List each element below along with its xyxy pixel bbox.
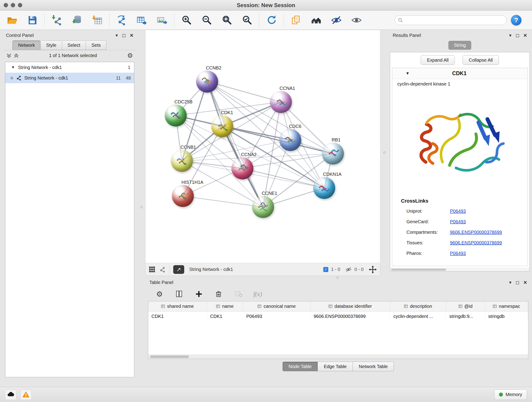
- collapse-all-button[interactable]: Collapse All: [462, 55, 499, 65]
- table-settings-gear-icon[interactable]: ⚙: [155, 289, 164, 299]
- uniprot-link[interactable]: P06493: [450, 209, 466, 214]
- function-builder-icon[interactable]: f(x): [253, 291, 262, 298]
- memory-button[interactable]: Memory: [494, 389, 527, 400]
- network-node-ccnb1[interactable]: CCNB1: [171, 150, 193, 172]
- cloud-button[interactable]: [5, 389, 17, 400]
- network-canvas[interactable]: CCNB2CCNA1CDC25BCDK1CDC6RB1CCNB1CCNA2CDK…: [145, 30, 380, 263]
- network-node-ccna1[interactable]: CCNA1: [270, 91, 292, 113]
- splitter-handle-left[interactable]: [140, 206, 143, 208]
- create-column-plus-icon[interactable]: [194, 289, 203, 299]
- panel-float-icon[interactable]: ◻: [515, 33, 519, 38]
- network-node-ccne1[interactable]: CCNE1: [252, 196, 274, 218]
- table-cell[interactable]: CDK1: [207, 312, 243, 321]
- column-header[interactable]: shared name: [148, 301, 207, 311]
- birdseye-home-button[interactable]: [309, 13, 324, 28]
- hide-selected-button[interactable]: [329, 13, 344, 28]
- selected-checkbox[interactable]: ✓: [323, 267, 328, 272]
- results-hscrollbar[interactable]: [390, 268, 530, 271]
- column-header[interactable]: namespac: [485, 301, 528, 311]
- network-node-cdk1[interactable]: CDK1: [211, 115, 233, 137]
- import-network-database-button[interactable]: [70, 13, 85, 28]
- network-node-ccnb2[interactable]: CCNB2: [196, 70, 218, 93]
- splitter-handle-right[interactable]: [383, 151, 386, 154]
- apply-layout-button[interactable]: [264, 13, 279, 28]
- help-button[interactable]: ?: [511, 15, 521, 26]
- warnings-button[interactable]: [20, 389, 32, 400]
- panel-float-icon[interactable]: ◻: [515, 280, 519, 285]
- pharos-link[interactable]: P06493: [450, 251, 466, 256]
- scrollbar-thumb[interactable]: [391, 269, 446, 271]
- zoom-out-button[interactable]: [199, 13, 214, 28]
- table-cell[interactable]: stringdb: [485, 312, 528, 321]
- birdseye-toggle-button[interactable]: ↗: [173, 265, 184, 274]
- grid-view-icon[interactable]: [149, 266, 156, 273]
- table-cell[interactable]: cyclin-dependent ...: [390, 312, 446, 321]
- protein-section-header[interactable]: ▼ CDK1: [392, 68, 527, 79]
- hidden-eye-slash-icon[interactable]: [345, 266, 352, 273]
- panel-float-icon[interactable]: ◻: [122, 33, 126, 38]
- network-node-hist1h1a[interactable]: HIST1H1A: [172, 185, 194, 207]
- compartments-link[interactable]: 9606.ENSP00000378699: [450, 230, 502, 235]
- tab-node-table[interactable]: Node Table: [283, 362, 318, 371]
- column-header[interactable]: name: [207, 301, 243, 311]
- network-collection-row[interactable]: ▼ String Network - cdk1 1: [5, 62, 134, 73]
- panel-close-icon[interactable]: ×: [524, 32, 527, 39]
- panel-menu-icon[interactable]: ▾: [509, 280, 511, 285]
- genecard-link[interactable]: P06493: [450, 219, 466, 224]
- column-header[interactable]: canonical name: [243, 301, 310, 311]
- expand-all-icon[interactable]: [14, 53, 19, 58]
- show-columns-icon[interactable]: [175, 289, 184, 299]
- tab-edge-table[interactable]: Edge Table: [318, 362, 353, 371]
- expand-all-button[interactable]: Expand All: [421, 55, 455, 65]
- table-cell[interactable]: CDK1: [148, 312, 207, 321]
- pan-crosshair-icon[interactable]: [369, 265, 377, 274]
- scrollbar-thumb[interactable]: [150, 356, 189, 358]
- panel-menu-icon[interactable]: ▾: [509, 33, 511, 38]
- network-node-cdkn1a[interactable]: CDKN1A: [313, 177, 335, 199]
- tab-sets[interactable]: Sets: [86, 40, 106, 50]
- copy-button[interactable]: [288, 13, 304, 28]
- export-image-button[interactable]: [154, 13, 170, 28]
- tab-string[interactable]: String: [448, 41, 471, 50]
- clone-network-button[interactable]: [114, 13, 129, 28]
- network-node-cdc6[interactable]: CDC6: [279, 129, 301, 151]
- gear-icon[interactable]: ⚙: [127, 52, 133, 59]
- tab-network[interactable]: Network: [12, 40, 41, 50]
- network-node-cdc25b[interactable]: CDC25B: [165, 104, 187, 127]
- column-header[interactable]: @id: [446, 301, 485, 311]
- tab-select[interactable]: Select: [62, 40, 86, 50]
- network-node-rb1[interactable]: RB1: [322, 143, 344, 165]
- collapse-all-icon[interactable]: [6, 53, 12, 58]
- section-disclosure-icon[interactable]: ▼: [405, 71, 410, 76]
- network-node-ccna2[interactable]: CCNA2: [231, 157, 253, 179]
- open-session-button[interactable]: [5, 13, 20, 28]
- tissues-link[interactable]: 9606.ENSP00000378699: [450, 240, 502, 245]
- panel-close-icon[interactable]: ×: [524, 279, 527, 286]
- save-session-button[interactable]: [25, 13, 40, 28]
- import-network-file-button[interactable]: [49, 13, 64, 28]
- tab-network-table[interactable]: Network Table: [353, 362, 394, 371]
- panel-menu-icon[interactable]: ▾: [115, 33, 118, 38]
- table-hscrollbar[interactable]: [148, 355, 528, 359]
- table-cell[interactable]: P06493: [243, 312, 310, 321]
- table-cell[interactable]: 9606.ENSP00000378699: [310, 312, 390, 321]
- zoom-in-button[interactable]: [179, 13, 194, 28]
- search-box[interactable]: [394, 15, 507, 25]
- import-table-file-button[interactable]: [89, 13, 105, 28]
- table-row[interactable]: CDK1 CDK1 P06493 9606.ENSP00000378699 cy…: [148, 312, 528, 321]
- panel-close-icon[interactable]: ×: [130, 32, 133, 39]
- tab-style[interactable]: Style: [41, 40, 62, 50]
- export-table-button[interactable]: [134, 13, 149, 28]
- zoom-selected-button[interactable]: [239, 13, 254, 28]
- network-row-selected[interactable]: String Network - cdk1 11 48: [5, 73, 134, 83]
- column-header[interactable]: description: [390, 301, 446, 311]
- network-view-icon[interactable]: [159, 266, 166, 273]
- search-input[interactable]: [405, 17, 503, 23]
- window-zoom-button[interactable]: [18, 3, 22, 7]
- delete-column-trash-icon[interactable]: [214, 289, 223, 299]
- table-cell[interactable]: stringdb:9...: [446, 312, 485, 321]
- column-header[interactable]: database identifier: [310, 301, 390, 311]
- window-close-button[interactable]: [4, 3, 8, 7]
- disclosure-triangle-icon[interactable]: ▼: [11, 65, 15, 70]
- zoom-fit-button[interactable]: [219, 13, 234, 28]
